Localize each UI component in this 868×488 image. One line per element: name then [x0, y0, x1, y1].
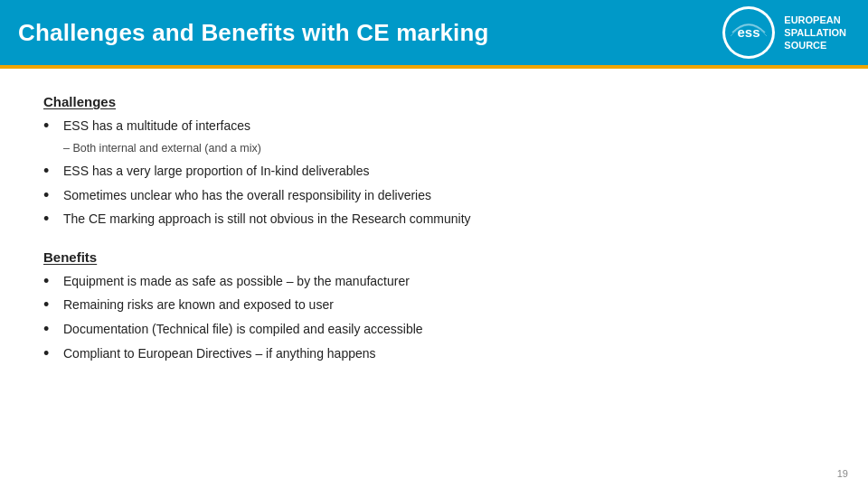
bullet-dot: • [43, 296, 56, 315]
benefits-title: Benefits [43, 249, 825, 265]
list-item: • Documentation (Technical file) is comp… [43, 320, 825, 340]
list-item: • Equipment is made as safe as possible … [43, 272, 825, 292]
bullet-text: ESS has a multitude of interfaces [63, 118, 250, 133]
benefits-section: Benefits • Equipment is made as safe as … [43, 249, 825, 363]
benefits-list: • Equipment is made as safe as possible … [43, 272, 825, 363]
bullet-text: Compliant to European Directives – if an… [63, 344, 376, 362]
bullet-text: Equipment is made as safe as possible – … [63, 272, 410, 290]
content-area: Challenges • ESS has a multitude of inte… [0, 69, 868, 386]
bullet-dot: • [43, 117, 56, 136]
page-number: 19 [837, 468, 848, 479]
challenges-list: • ESS has a multitude of interfaces [43, 117, 825, 136]
list-item: • Remaining risks are known and exposed … [43, 296, 825, 315]
list-item: • ESS has a very large proportion of In-… [43, 162, 825, 182]
bullet-dot: • [43, 186, 56, 206]
list-item: • ESS has a multitude of interfaces [43, 117, 825, 136]
bullet-text: ESS has a very large proportion of In-ki… [63, 162, 370, 180]
bullet-dot: • [43, 210, 56, 230]
slide-title: Challenges and Benefits with CE marking [18, 19, 489, 47]
header: Challenges and Benefits with CE marking … [0, 0, 868, 65]
challenges-list-2: • ESS has a very large proportion of In-… [43, 162, 825, 230]
sub-item: – Both internal and external (and a mix) [63, 141, 825, 157]
list-item: • The CE marking approach is still not o… [43, 210, 825, 230]
bullet-dot: • [43, 344, 56, 364]
logo-area: ess EUROPEANSPALLATIONSOURCE [722, 6, 846, 59]
bullet-text: Sometimes unclear who has the overall re… [63, 186, 431, 204]
ess-logo-svg: ess [725, 9, 772, 56]
bullet-text: Documentation (Technical file) is compil… [63, 320, 423, 338]
challenges-section: Challenges • ESS has a multitude of inte… [43, 94, 825, 230]
slide: Challenges and Benefits with CE marking … [0, 0, 868, 488]
list-item: • Compliant to European Directives – if … [43, 344, 825, 364]
list-item: • Sometimes unclear who has the overall … [43, 186, 825, 206]
bullet-dot: • [43, 162, 56, 182]
bullet-dot: • [43, 320, 56, 340]
bullet-dot: • [43, 272, 56, 292]
bullet-text: Remaining risks are known and exposed to… [63, 296, 334, 314]
logo-text: EUROPEANSPALLATIONSOURCE [784, 14, 846, 52]
challenges-title: Challenges [43, 94, 825, 109]
ess-logo: ess [722, 6, 775, 59]
bullet-text: The CE marking approach is still not obv… [63, 210, 471, 228]
